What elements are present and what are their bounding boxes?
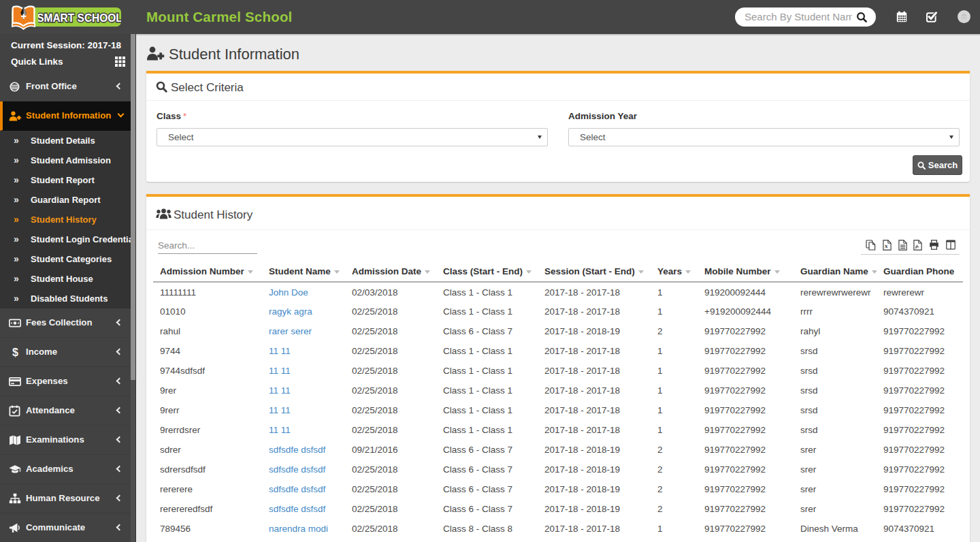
svg-text:SMART SCHOOL: SMART SCHOOL: [38, 11, 121, 24]
svg-text:$: $: [12, 347, 18, 358]
svg-text:x: x: [885, 242, 888, 249]
